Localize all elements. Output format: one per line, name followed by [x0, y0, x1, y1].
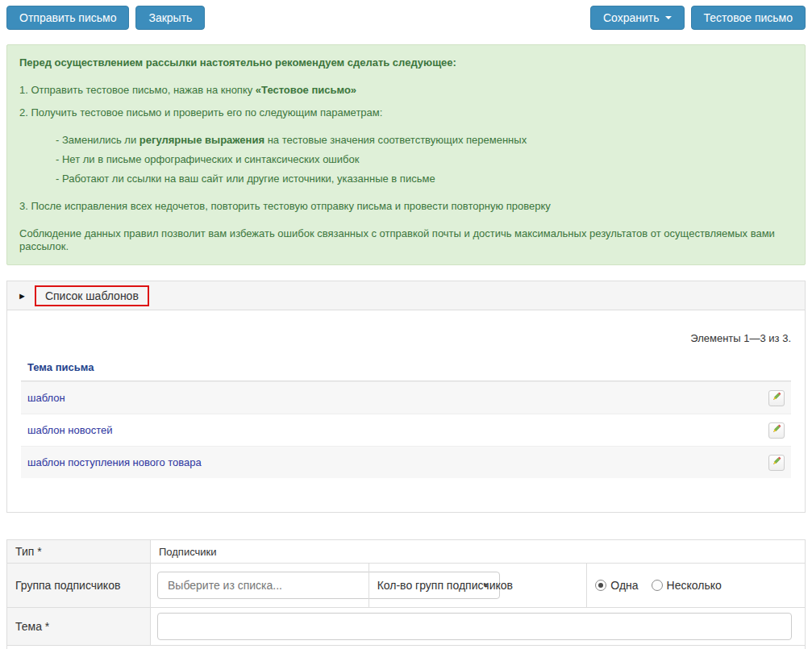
- radio-checked-icon[interactable]: [595, 580, 606, 591]
- subject-input[interactable]: [157, 613, 792, 640]
- table-row: шаблон новостей: [21, 414, 791, 446]
- grid-summary: Элементы 1—3 из 3.: [21, 310, 791, 344]
- select-placeholder: Выберите из списка...: [168, 579, 282, 592]
- templates-panel-body: Элементы 1—3 из 3. Тема письма шаблон ша…: [6, 310, 806, 513]
- form-row-text: Текст *: [7, 646, 806, 649]
- group-count-options: Одна Несколько: [587, 564, 806, 608]
- form-row-group: Группа подписчиков Выберите из списка...…: [7, 564, 806, 608]
- mailing-form-table: Тип * Подписчики Группа подписчиков Выбе…: [6, 539, 806, 649]
- close-button[interactable]: Закрыть: [135, 6, 205, 30]
- send-letter-button[interactable]: Отправить письмо: [6, 6, 129, 30]
- pencil-icon: [771, 423, 782, 437]
- form-row-type: Тип * Подписчики: [7, 540, 806, 564]
- type-value: Подписчики: [151, 540, 806, 564]
- template-link[interactable]: шаблон поступления нового товара: [27, 456, 202, 468]
- radio-option-one[interactable]: Одна: [595, 579, 638, 592]
- caret-down-icon: [665, 16, 672, 19]
- toolbar-left-group: Отправить письмо Закрыть: [6, 6, 205, 30]
- radio-option-many[interactable]: Несколько: [652, 579, 722, 592]
- test-letter-button[interactable]: Тестовое письмо: [691, 6, 806, 30]
- edit-template-button[interactable]: [768, 455, 785, 471]
- alert-sub-3: - Работают ли ссылки на ваш сайт или дру…: [56, 173, 793, 185]
- alert-sub-2: - Нет ли в письме орфографических и синт…: [56, 153, 793, 166]
- recommendations-alert: Перед осуществлением рассылки настоятель…: [6, 44, 806, 265]
- group-count-label: Кол-во групп подписчиков: [369, 564, 587, 608]
- top-toolbar: Отправить письмо Закрыть Сохранить Тесто…: [6, 0, 806, 30]
- toolbar-right-group: Сохранить Тестовое письмо: [590, 6, 806, 30]
- type-label: Тип *: [7, 540, 151, 564]
- alert-heading: Перед осуществлением рассылки настоятель…: [19, 56, 793, 69]
- table-row: шаблон: [21, 381, 791, 414]
- alert-sub-1: - Заменились ли регулярные выражения на …: [56, 134, 793, 147]
- subscriber-group-label: Группа подписчиков: [7, 564, 151, 608]
- table-row: шаблон поступления нового товара: [21, 446, 791, 478]
- edit-template-button[interactable]: [768, 390, 785, 406]
- pencil-icon: [771, 456, 782, 469]
- radio-unchecked-icon[interactable]: [652, 580, 663, 591]
- alert-item-1: 1. Отправить тестовое письмо, нажав на к…: [19, 84, 793, 97]
- collapse-arrow-icon: ►: [18, 291, 27, 301]
- templates-panel-title: Список шаблонов: [35, 285, 149, 306]
- template-link[interactable]: шаблон: [27, 392, 65, 404]
- alert-item-3: 3. После исправления всех недочетов, пов…: [19, 200, 793, 213]
- radio-one-label: Одна: [610, 579, 638, 592]
- pencil-icon: [771, 391, 782, 405]
- alert-item-2: 2. Получить тестовое письмо и проверить …: [19, 106, 793, 119]
- column-header-subject[interactable]: Тема письма: [21, 354, 791, 381]
- template-link[interactable]: шаблон новостей: [27, 424, 112, 436]
- alert-footer: Соблюдение данных правил позволит вам из…: [19, 227, 793, 253]
- text-editor-cell: Текст *: [7, 646, 806, 649]
- templates-panel: ► Список шаблонов Элементы 1—3 из 3. Тем…: [6, 281, 806, 513]
- edit-template-button[interactable]: [768, 422, 785, 439]
- alert-sublist: - Заменились ли регулярные выражения на …: [56, 134, 793, 185]
- save-button-label: Сохранить: [603, 12, 660, 23]
- radio-many-label: Несколько: [667, 579, 722, 592]
- page: Отправить письмо Закрыть Сохранить Тесто…: [0, 0, 812, 649]
- form-row-subject: Тема *: [7, 608, 806, 646]
- templates-grid: Тема письма шаблон шаблон новостей: [21, 354, 791, 478]
- save-dropdown-button[interactable]: Сохранить: [590, 6, 685, 30]
- templates-panel-header[interactable]: ► Список шаблонов: [6, 281, 806, 310]
- subject-label: Тема *: [7, 608, 151, 646]
